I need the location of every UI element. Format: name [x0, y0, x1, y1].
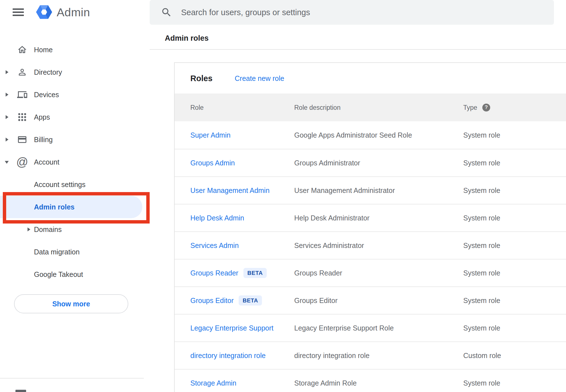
sidebar-item-label: Devices — [34, 91, 59, 99]
create-new-role-link[interactable]: Create new role — [235, 74, 284, 82]
role-link[interactable]: Legacy Enterprise Support — [190, 324, 273, 332]
home-icon — [16, 44, 28, 56]
role-description: Groups Administrator — [294, 159, 360, 167]
role-description: Services Administrator — [294, 241, 364, 250]
chevron-right-icon — [28, 227, 30, 231]
role-description: Groups Editor — [294, 297, 337, 305]
beta-badge: BETA — [239, 295, 262, 306]
chevron-right-icon — [6, 93, 8, 97]
column-header-role: Role — [190, 104, 204, 111]
roles-card-header: Roles Create new role — [175, 63, 566, 94]
role-description: directory integration role — [294, 352, 369, 360]
sidebar-item-label: Home — [34, 46, 53, 54]
table-row: directory integration role directory int… — [175, 341, 566, 369]
sidebar-item-label: Admin roles — [34, 203, 74, 211]
credit-card-icon — [16, 133, 28, 146]
page-title: Admin roles — [165, 34, 209, 43]
role-type: Custom role — [463, 352, 501, 360]
sidebar-divider — [0, 378, 144, 379]
search-input[interactable] — [181, 0, 546, 25]
table-row: Help Desk Admin Help Desk Administrator … — [175, 204, 566, 231]
sidebar-item-home[interactable]: Home — [0, 38, 150, 61]
devices-icon — [16, 88, 28, 101]
table-header-row: Role Role description Type ? — [175, 94, 566, 121]
app-title: Admin — [57, 6, 90, 19]
role-link[interactable]: Super Admin — [190, 131, 230, 139]
sidebar-item-account-settings[interactable]: Account settings — [0, 173, 150, 196]
column-header-description: Role description — [294, 104, 341, 111]
role-description: Legacy Enterprise Support Role — [294, 324, 394, 332]
person-icon — [16, 66, 28, 78]
roles-title: Roles — [190, 74, 213, 83]
role-type: System role — [463, 269, 500, 277]
role-type: System role — [463, 241, 500, 250]
table-body: Super Admin Google Apps Administrator Se… — [175, 121, 566, 392]
sidebar-item-account[interactable]: @ Account — [0, 151, 150, 173]
sidebar-item-apps[interactable]: Apps — [0, 106, 150, 128]
search-bar — [150, 0, 554, 25]
sidebar-item-domains[interactable]: Domains — [0, 218, 150, 241]
admin-logo-icon — [35, 3, 53, 21]
table-row: Storage Admin Storage Admin Role System … — [175, 369, 566, 392]
table-row: Groups EditorBETA Groups Editor System r… — [175, 286, 566, 314]
role-type: System role — [463, 214, 500, 222]
header-divider — [150, 49, 566, 50]
sidebar-item-label: Account — [34, 158, 59, 166]
sidebar: Admin Home Directory Devices — [0, 0, 150, 392]
role-type: System role — [463, 324, 500, 332]
chevron-down-icon — [5, 161, 9, 164]
sidebar-item-label: Google Takeout — [34, 270, 83, 279]
role-description: Google Apps Administrator Seed Role — [294, 131, 412, 139]
table-row: Groups ReaderBETA Groups Reader System r… — [175, 259, 566, 286]
sidebar-nav: Home Directory Devices — [0, 38, 150, 286]
chevron-right-icon — [6, 138, 8, 142]
role-link[interactable]: Groups ReaderBETA — [190, 268, 267, 278]
clipped-bottom-icon — [15, 390, 26, 392]
at-sign-icon: @ — [16, 156, 28, 168]
role-link[interactable]: Help Desk Admin — [190, 214, 244, 222]
table-row: User Management Admin User Management Ad… — [175, 176, 566, 204]
sidebar-item-label: Directory — [34, 68, 62, 76]
chevron-right-icon — [6, 70, 8, 74]
sidebar-item-billing[interactable]: Billing — [0, 128, 150, 151]
table-row: Services Admin Services Administrator Sy… — [175, 231, 566, 259]
role-link[interactable]: Services Admin — [190, 241, 239, 250]
table-row: Legacy Enterprise Support Legacy Enterpr… — [175, 314, 566, 341]
sidebar-item-directory[interactable]: Directory — [0, 61, 150, 83]
role-type: System role — [463, 131, 500, 139]
sidebar-item-label: Apps — [34, 113, 50, 121]
help-icon[interactable]: ? — [482, 104, 490, 111]
sidebar-item-admin-roles[interactable]: Admin roles — [0, 196, 142, 218]
sidebar-item-devices[interactable]: Devices — [0, 83, 150, 106]
sidebar-item-google-takeout[interactable]: Google Takeout — [0, 263, 150, 286]
hamburger-menu-icon[interactable] — [12, 7, 25, 18]
column-header-type: Type — [463, 104, 477, 111]
chevron-right-icon — [6, 115, 8, 119]
roles-card: Roles Create new role Role Role descript… — [174, 62, 566, 392]
role-link[interactable]: directory integration role — [190, 352, 266, 360]
table-row: Groups Admin Groups Administrator System… — [175, 149, 566, 176]
role-description: Help Desk Administrator — [294, 214, 369, 222]
search-icon — [161, 7, 172, 18]
show-more-button[interactable]: Show more — [14, 294, 128, 313]
role-type: System role — [463, 297, 500, 305]
role-type: System role — [463, 379, 500, 387]
sidebar-item-data-migration[interactable]: Data migration — [0, 241, 150, 263]
role-description: Groups Reader — [294, 269, 342, 277]
beta-badge: BETA — [243, 268, 267, 278]
role-type: System role — [463, 186, 500, 195]
role-link[interactable]: User Management Admin — [190, 186, 270, 195]
sidebar-item-label: Account settings — [34, 181, 85, 189]
role-link[interactable]: Storage Admin — [190, 379, 236, 387]
sidebar-item-label: Billing — [34, 136, 53, 144]
role-type: System role — [463, 159, 500, 167]
sidebar-item-label: Domains — [34, 225, 62, 234]
table-row: Super Admin Google Apps Administrator Se… — [175, 121, 566, 149]
sidebar-item-label: Data migration — [34, 248, 80, 256]
role-link[interactable]: Groups EditorBETA — [190, 295, 262, 306]
role-description: Storage Admin Role — [294, 379, 357, 387]
apps-grid-icon — [16, 111, 28, 123]
role-link[interactable]: Groups Admin — [190, 159, 235, 167]
role-description: User Management Administrator — [294, 186, 395, 195]
